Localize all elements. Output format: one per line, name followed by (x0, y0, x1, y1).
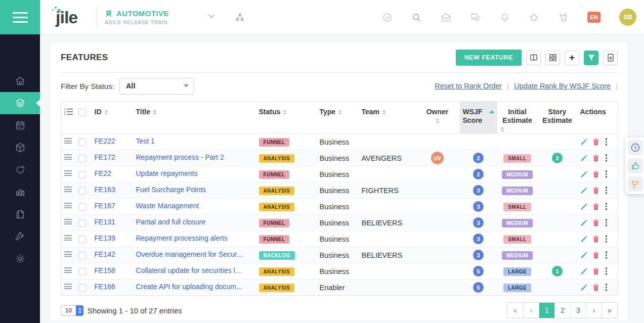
column-header-wsjf-score[interactable]: WSJF Score (460, 102, 497, 134)
column-header-owner[interactable]: Owner (415, 102, 460, 134)
feature-title-link[interactable]: Update repayments (136, 169, 198, 177)
previous-page-button[interactable]: ‹ (523, 303, 539, 318)
grid-view-button[interactable] (545, 51, 560, 65)
feature-title-link[interactable]: Test 1 (136, 137, 155, 145)
drag-handle[interactable] (64, 217, 72, 227)
feature-id-link[interactable]: FE222 (95, 137, 115, 145)
column-header-id[interactable]: ID (92, 102, 133, 134)
feature-id-link[interactable]: FE163 (95, 186, 115, 194)
board-view-button[interactable] (526, 51, 541, 65)
feature-title-link[interactable]: Fuel Surcharge Points (136, 186, 206, 194)
delete-button[interactable] (592, 203, 599, 210)
drag-handle[interactable] (64, 184, 72, 195)
edit-button[interactable] (580, 267, 588, 275)
feature-id-link[interactable]: FE158 (95, 266, 115, 274)
drag-handle[interactable] (64, 265, 72, 275)
first-page-button[interactable]: « (507, 303, 523, 318)
user-avatar[interactable]: SB (619, 9, 636, 26)
language-badge[interactable]: EN (587, 12, 600, 23)
sidebar-item-settings[interactable] (0, 248, 40, 270)
edit-button[interactable] (580, 235, 588, 243)
edit-button[interactable] (580, 203, 588, 210)
sidebar-item-documents[interactable] (0, 203, 40, 225)
help-button[interactable]: ? (628, 140, 643, 155)
reset-rank-link[interactable]: Reset to Rank Order (435, 82, 502, 90)
more-actions-button[interactable] (604, 267, 609, 275)
feature-title-link[interactable]: Collateral update for securities l... (136, 266, 241, 274)
edit-button[interactable] (580, 170, 588, 178)
sidebar-item-features[interactable] (0, 92, 40, 114)
notifications-button[interactable] (499, 12, 510, 23)
more-actions-button[interactable] (604, 137, 609, 146)
delete-button[interactable] (592, 154, 599, 162)
column-header-status[interactable]: Status (256, 102, 317, 134)
row-checkbox[interactable] (78, 219, 86, 227)
feature-title-link[interactable]: Partial and full closure (136, 218, 206, 226)
drag-handle[interactable] (64, 168, 72, 178)
column-header-type[interactable]: Type (317, 102, 359, 134)
feature-id-link[interactable]: FE166 (95, 283, 115, 291)
feature-id-link[interactable]: FE22 (95, 169, 111, 177)
feature-title-link[interactable]: Create API for uploading docum... (136, 283, 242, 291)
chevron-down-icon[interactable] (207, 12, 216, 20)
stepper-buttons-icon[interactable] (76, 305, 83, 316)
project-selector[interactable]: AUTOMOTIVE AGILE RELEASE TRAIN (97, 7, 169, 27)
feature-id-link[interactable]: FE167 (95, 202, 115, 210)
column-header-team[interactable]: Team (359, 102, 415, 134)
delete-button[interactable] (592, 235, 599, 243)
sidebar-item-home[interactable] (0, 70, 40, 92)
sidebar-item-calendar[interactable] (0, 114, 40, 136)
page-size-stepper[interactable]: 10 (61, 305, 83, 316)
more-actions-button[interactable] (604, 186, 609, 195)
feature-id-link[interactable]: FE172 (95, 153, 115, 161)
update-rank-wsjf-link[interactable]: Update Rank By WSJF Score (514, 82, 611, 90)
row-checkbox[interactable] (78, 139, 86, 146)
guide-button[interactable] (628, 176, 643, 192)
edit-button[interactable] (580, 187, 588, 194)
check-circle-button[interactable] (382, 12, 393, 23)
row-checkbox[interactable] (78, 236, 86, 243)
feature-id-link[interactable]: FE131 (95, 218, 115, 226)
add-button[interactable]: + (565, 51, 579, 65)
edit-button[interactable] (580, 154, 588, 162)
status-filter-select[interactable]: All (119, 78, 194, 95)
cart-button[interactable] (558, 12, 569, 23)
row-checkbox[interactable] (78, 155, 86, 162)
more-actions-button[interactable] (604, 235, 609, 243)
row-checkbox[interactable] (78, 252, 86, 259)
page-button-3[interactable]: 3 (570, 303, 586, 318)
chat-button[interactable] (470, 12, 481, 23)
drag-handle[interactable] (64, 201, 72, 211)
drag-handle[interactable] (64, 282, 72, 292)
favorites-button[interactable] (529, 12, 539, 23)
last-page-button[interactable]: » (602, 303, 617, 318)
search-button[interactable] (411, 12, 422, 23)
filter-button[interactable] (584, 51, 598, 65)
drag-handle[interactable] (64, 249, 72, 259)
column-header-initial-estimate[interactable]: Initial Estimate (497, 102, 538, 134)
drag-handle[interactable] (64, 233, 72, 243)
page-button-2[interactable]: 2 (554, 303, 570, 318)
delete-button[interactable] (592, 170, 599, 178)
new-feature-button[interactable]: NEW FEATURE (456, 50, 522, 66)
sidebar-item-reports[interactable] (0, 181, 40, 203)
feature-title-link[interactable]: Waste Management (136, 202, 199, 210)
next-page-button[interactable]: › (586, 303, 602, 318)
export-excel-button[interactable] (603, 51, 618, 65)
more-actions-button[interactable] (604, 154, 609, 162)
delete-button[interactable] (592, 138, 599, 146)
delete-button[interactable] (592, 187, 599, 194)
sidebar-item-sync[interactable] (0, 159, 40, 181)
edit-button[interactable] (580, 219, 588, 226)
delete-button[interactable] (592, 219, 599, 226)
edit-button[interactable] (580, 284, 588, 291)
row-checkbox[interactable] (78, 203, 86, 211)
sidebar-item-tools[interactable] (0, 225, 40, 248)
mail-button[interactable] (441, 12, 451, 23)
row-checkbox[interactable] (78, 284, 86, 292)
feature-title-link[interactable]: Overdue management for Secur... (136, 250, 243, 258)
select-all-checkbox[interactable] (78, 109, 86, 116)
delete-button[interactable] (592, 284, 599, 291)
delete-button[interactable] (592, 267, 599, 275)
more-actions-button[interactable] (604, 251, 609, 259)
